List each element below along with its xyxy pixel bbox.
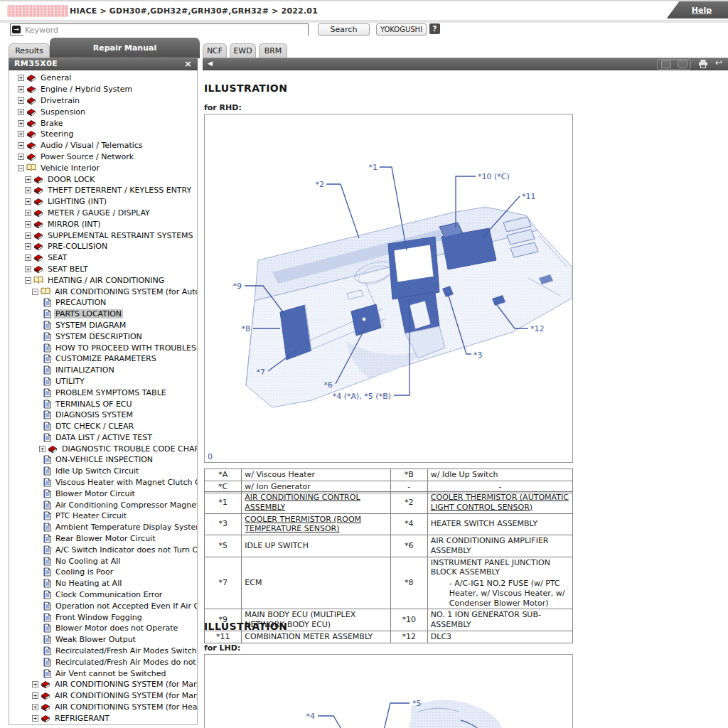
tree-item[interactable]: +Power Source / Network: [9, 151, 197, 163]
description-cell[interactable]: COOLER THERMISTOR (ROOM TEMPERATURE SENS…: [242, 513, 390, 535]
search-button[interactable]: Search: [318, 23, 370, 36]
tree-item[interactable]: CUSTOMIZE PARAMETERS: [9, 353, 197, 365]
tree-item[interactable]: +AIR CONDITIONING SYSTEM (for Heater Sys…: [9, 702, 197, 713]
collapse-sidebar-icon[interactable]: ◀: [208, 60, 213, 67]
tree-item[interactable]: Ambient Temperature Display System: [9, 522, 197, 533]
part-link[interactable]: COOLER THERMISTOR (AUTOMATIC LIGHT CONTR…: [431, 493, 569, 512]
tree-item[interactable]: Recirculated/Fresh Air Modes Switch with…: [9, 646, 197, 657]
tree-item[interactable]: Recirculated/Fresh Air Modes do not Swit…: [9, 656, 197, 668]
close-icon[interactable]: ×: [184, 58, 192, 70]
tree-item[interactable]: +LIGHTING (INT): [9, 196, 197, 208]
tree-item[interactable]: PRECAUTION: [9, 297, 197, 309]
part-link[interactable]: AIR CONDITIONING CONTROL ASSEMBLY: [245, 493, 360, 512]
tab-brm[interactable]: BRM: [259, 43, 287, 58]
search-input[interactable]: [23, 24, 308, 36]
tree-item[interactable]: Idle Up Switch Circuit: [9, 466, 197, 477]
expand-icon[interactable]: +: [18, 97, 24, 104]
tree-item[interactable]: +SEAT: [9, 252, 197, 264]
tree-item[interactable]: Air Vent cannot be Switched: [9, 668, 197, 679]
tree-item[interactable]: +REFRIGERANT: [9, 712, 197, 724]
expand-icon[interactable]: +: [32, 681, 38, 687]
expand-icon[interactable]: +: [25, 232, 31, 239]
tree-item[interactable]: +Engine / Hybrid System: [9, 84, 197, 95]
tree-item[interactable]: +MIRROR (INT): [9, 218, 197, 230]
expand-icon[interactable]: +: [18, 86, 24, 92]
tree-item[interactable]: Weak Blower Output: [9, 634, 197, 646]
tree-item[interactable]: HOW TO PROCEED WITH TROUBLESHOOTING: [9, 342, 197, 353]
tree-item[interactable]: +General: [9, 73, 197, 84]
tree-item[interactable]: UTILITY: [9, 376, 197, 387]
tree-item[interactable]: +SUPPLEMENTAL RESTRAINT SYSTEMS: [9, 230, 197, 241]
expand-icon[interactable]: +: [18, 120, 24, 127]
tree-item[interactable]: +DOOR LOCK: [9, 173, 197, 185]
expand-icon[interactable]: +: [32, 715, 38, 722]
search-help-icon[interactable]: ?: [429, 23, 440, 34]
tab-ncf[interactable]: NCF: [203, 43, 227, 58]
tab-results[interactable]: Results: [9, 43, 50, 58]
expand-icon[interactable]: +: [18, 109, 24, 115]
tree-item[interactable]: DATA LIST / ACTIVE TEST: [9, 432, 197, 444]
expand-icon[interactable]: +: [25, 176, 31, 183]
description-cell[interactable]: AIR CONDITIONING CONTROL ASSEMBLY: [242, 492, 390, 514]
help-button[interactable]: Help: [665, 1, 728, 18]
yokogushi-button[interactable]: YOKOGUSHI: [376, 23, 427, 36]
tree-item[interactable]: −Vehicle Interior: [9, 162, 197, 173]
tree-item[interactable]: +DIAGNOSTIC TROUBLE CODE CHART: [9, 443, 197, 454]
tree-item[interactable]: DIAGNOSIS SYSTEM: [9, 410, 197, 421]
tab-repair-manual[interactable]: Repair Manual: [50, 38, 200, 58]
expand-icon[interactable]: +: [25, 210, 31, 216]
tree-item[interactable]: −AIR CONDITIONING SYSTEM (for Automatic …: [9, 286, 197, 297]
expand-icon[interactable]: +: [18, 75, 24, 81]
expand-icon[interactable]: +: [18, 154, 24, 160]
tree-item[interactable]: +Drivetrain: [9, 95, 197, 107]
tree-item[interactable]: INITIALIZATION: [9, 365, 197, 376]
tree-item[interactable]: +SEAT BELT: [9, 264, 197, 275]
expand-icon[interactable]: +: [25, 266, 31, 272]
tree-item[interactable]: +METER / GAUGE / DISPLAY: [9, 208, 197, 219]
tree-item[interactable]: PROBLEM SYMPTOMS TABLE: [9, 387, 197, 398]
description-cell[interactable]: COOLER THERMISTOR (AUTOMATIC LIGHT CONTR…: [427, 492, 572, 514]
expand-icon[interactable]: +: [25, 187, 31, 193]
expand-icon[interactable]: +: [25, 243, 31, 250]
tree-item[interactable]: Operation not Accepted Even If Air Condi…: [9, 600, 197, 611]
expand-icon[interactable]: +: [32, 704, 38, 710]
tree-item[interactable]: ON-VEHICLE INSPECTION: [9, 454, 197, 466]
expand-icon[interactable]: +: [32, 692, 38, 699]
collapse-icon[interactable]: −: [32, 289, 38, 295]
tree-item[interactable]: SYSTEM DESCRIPTION: [9, 331, 197, 342]
tree-item[interactable]: DTC CHECK / CLEAR: [9, 421, 197, 432]
expand-icon[interactable]: +: [39, 446, 46, 452]
expand-icon[interactable]: +: [18, 142, 24, 149]
expand-icon[interactable]: +: [25, 255, 31, 261]
tree-item[interactable]: No Heating at All: [9, 578, 197, 589]
tree-item[interactable]: +AIR CONDITIONING SYSTEM (for Manual Coo…: [9, 690, 197, 702]
page-view-icon[interactable]: [661, 60, 671, 68]
part-link[interactable]: COOLER THERMISTOR (ROOM TEMPERATURE SENS…: [245, 515, 361, 534]
tree-item[interactable]: +Steering: [9, 129, 197, 140]
book-view-icon[interactable]: [678, 60, 687, 68]
expand-icon[interactable]: +: [25, 198, 31, 205]
expand-icon[interactable]: +: [25, 221, 31, 228]
tree-item[interactable]: PTC Heater Circuit: [9, 510, 197, 522]
collapse-icon[interactable]: −: [18, 165, 24, 171]
collapse-icon[interactable]: −: [25, 277, 31, 284]
tree-item[interactable]: Front Window Fogging: [9, 611, 197, 623]
tree-item[interactable]: −HEATING / AIR CONDITIONING: [9, 274, 197, 286]
tree-item[interactable]: SYSTEM DIAGRAM: [9, 320, 197, 331]
tab-ewd[interactable]: EWD: [230, 43, 256, 58]
tree-item[interactable]: Rear Blower Motor Circuit: [9, 533, 197, 545]
tree-item[interactable]: No Cooling at All: [9, 555, 197, 567]
back-icon[interactable]: ↩: [715, 58, 722, 68]
tree-item[interactable]: +Suspension: [9, 106, 197, 117]
tree-item[interactable]: TERMINALS OF ECU: [9, 398, 197, 410]
tree-item[interactable]: +Brake: [9, 117, 197, 129]
tree-item[interactable]: Blower Motor does not Operate: [9, 623, 197, 634]
tree-item[interactable]: +THEFT DETERRENT / KEYLESS ENTRY: [9, 185, 197, 196]
tree-item[interactable]: Blower Motor Circuit: [9, 488, 197, 499]
tree-item[interactable]: Cooling is Poor: [9, 567, 197, 578]
tree-item[interactable]: Air Conditioning Compressor Magnetic Clu…: [9, 499, 197, 510]
tree-item[interactable]: +Audio / Visual / Telematics: [9, 140, 197, 151]
tree-item[interactable]: A/C Switch Indicator does not Turn On: [9, 544, 197, 555]
tree-item[interactable]: +AIR CONDITIONING SYSTEM (for Manual Air…: [9, 679, 197, 690]
tree-item[interactable]: +PRE-COLLISION: [9, 241, 197, 252]
